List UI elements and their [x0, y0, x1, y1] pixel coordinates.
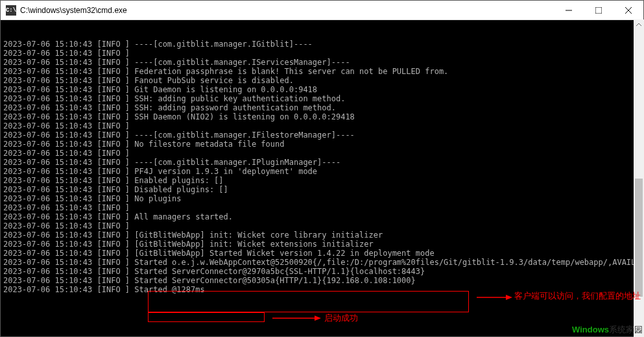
scrollbar-track[interactable] — [634, 30, 644, 327]
log-line: 2023-07-06 15:10:43 [INFO ] Started Serv… — [3, 276, 641, 285]
log-line: 2023-07-06 15:10:43 [INFO ] ----[com.git… — [3, 40, 641, 49]
log-line: 2023-07-06 15:10:43 [INFO ] — [3, 121, 641, 131]
log-line: 2023-07-06 15:10:43 [INFO ] SSH: adding … — [3, 94, 641, 103]
log-line: 2023-07-06 15:10:43 [INFO ] PF4J version… — [3, 167, 641, 176]
log-line: 2023-07-06 15:10:43 [INFO ] Federation p… — [3, 67, 641, 76]
cmd-icon: C:\ — [6, 5, 16, 16]
log-line: 2023-07-06 15:10:43 [INFO ] Started o.e.… — [3, 258, 641, 267]
maximize-icon — [595, 7, 602, 14]
log-line: 2023-07-06 15:10:43 [INFO ] No filestore… — [3, 140, 641, 149]
log-line: 2023-07-06 15:10:43 [INFO ] No plugins — [3, 194, 641, 203]
maximize-button[interactable] — [584, 1, 614, 20]
cmd-window: C:\ C:\windows\system32\cmd.exe 2023-07-… — [0, 0, 644, 337]
log-line: 2023-07-06 15:10:43 [INFO ] — [3, 149, 641, 158]
log-line: 2023-07-06 15:10:43 [INFO ] — [3, 49, 641, 58]
log-line: 2023-07-06 15:10:43 [INFO ] Disabled plu… — [3, 185, 641, 194]
log-line: 2023-07-06 15:10:43 [INFO ] ----[com.git… — [3, 58, 641, 67]
scroll-up-button[interactable] — [634, 19, 644, 30]
log-line: 2023-07-06 15:10:43 [INFO ] Fanout PubSu… — [3, 76, 641, 85]
log-line: 2023-07-06 15:10:43 [INFO ] [GitBlitWebA… — [3, 240, 641, 249]
chevron-down-icon — [636, 329, 641, 334]
log-line: 2023-07-06 15:10:43 [INFO ] — [3, 221, 641, 231]
log-line: 2023-07-06 15:10:43 [INFO ] — [3, 203, 641, 212]
svg-rect-1 — [595, 7, 602, 14]
log-line: 2023-07-06 15:10:43 [INFO ] All managers… — [3, 212, 641, 221]
close-icon — [625, 7, 632, 14]
log-line: 2023-07-06 15:10:43 [INFO ] SSH: adding … — [3, 103, 641, 112]
console-output[interactable]: 2023-07-06 15:10:43 [INFO ] ----[com.git… — [1, 20, 643, 336]
log-line: 2023-07-06 15:10:43 [INFO ] Enabled plug… — [3, 176, 641, 185]
log-line: 2023-07-06 15:10:43 [INFO ] [GitBlitWebA… — [3, 231, 641, 240]
minimize-button[interactable] — [554, 1, 584, 20]
window-controls — [554, 1, 643, 20]
chevron-up-icon — [636, 22, 641, 27]
vertical-scrollbar[interactable] — [634, 19, 644, 337]
log-line: 2023-07-06 15:10:43 [INFO ] Started @128… — [3, 285, 641, 294]
log-line: 2023-07-06 15:10:43 [INFO ] SSH Daemon (… — [3, 112, 641, 121]
minimize-icon — [566, 7, 572, 14]
console-lines: 2023-07-06 15:10:43 [INFO ] ----[com.git… — [3, 40, 641, 294]
log-line: 2023-07-06 15:10:43 [INFO ] [GitBlitWebA… — [3, 249, 641, 258]
close-button[interactable] — [614, 1, 643, 20]
log-line: 2023-07-06 15:10:43 [INFO ] Git Daemon i… — [3, 85, 641, 94]
scroll-down-button[interactable] — [634, 327, 644, 337]
log-line: 2023-07-06 15:10:43 [INFO ] ----[com.git… — [3, 131, 641, 140]
titlebar[interactable]: C:\ C:\windows\system32\cmd.exe — [1, 1, 643, 20]
window-title: C:\windows\system32\cmd.exe — [20, 6, 554, 15]
scrollbar-thumb[interactable] — [635, 179, 643, 297]
log-line: 2023-07-06 15:10:43 [INFO ] Started Serv… — [3, 267, 641, 276]
log-line: 2023-07-06 15:10:43 [INFO ] ----[com.git… — [3, 158, 641, 167]
